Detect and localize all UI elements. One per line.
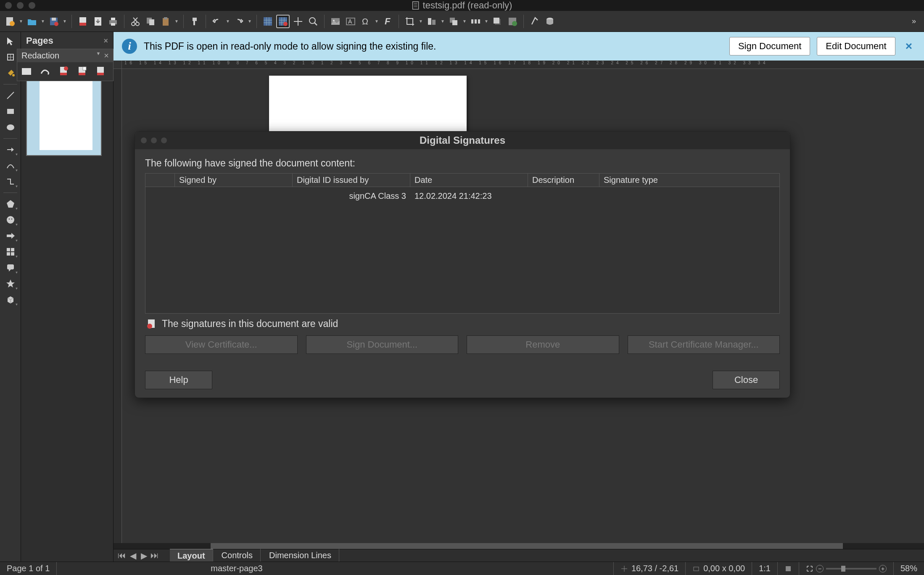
- col-signed-by[interactable]: Signed by: [175, 174, 293, 187]
- table-header: Signed by Digital ID issued by Date Desc…: [145, 174, 779, 187]
- col-issued-by[interactable]: Digital ID issued by: [293, 174, 410, 187]
- signatures-table: Signed by Digital ID issued by Date Desc…: [145, 173, 780, 314]
- col-date[interactable]: Date: [410, 174, 528, 187]
- signature-valid-icon: [147, 318, 156, 330]
- dialog-title: Digital Signatures: [420, 135, 505, 146]
- dialog-titlebar: Digital Signatures: [135, 132, 790, 149]
- digital-signatures-dialog: Digital Signatures The following have si…: [135, 131, 790, 398]
- dialog-maximize-icon[interactable]: [161, 137, 167, 143]
- col-description[interactable]: Description: [528, 174, 599, 187]
- start-cert-manager-button[interactable]: Start Certificate Manager...: [628, 335, 780, 354]
- dialog-heading: The following have signed the document c…: [145, 158, 780, 169]
- remove-signature-button[interactable]: Remove: [467, 335, 619, 354]
- help-button[interactable]: Help: [145, 371, 212, 389]
- view-certificate-button[interactable]: View Certificate...: [145, 335, 298, 354]
- table-row[interactable]: signCA Class 3 12.02.2024 21:42:23: [145, 187, 779, 205]
- dialog-minimize-icon[interactable]: [151, 137, 157, 143]
- signature-status: The signatures in this document are vali…: [145, 314, 780, 335]
- dialog-close-icon[interactable]: [141, 137, 147, 143]
- close-dialog-button[interactable]: Close: [713, 371, 780, 389]
- col-signature-type[interactable]: Signature type: [599, 174, 779, 187]
- sign-document-dialog-button[interactable]: Sign Document...: [306, 335, 459, 354]
- svg-point-86: [147, 324, 152, 329]
